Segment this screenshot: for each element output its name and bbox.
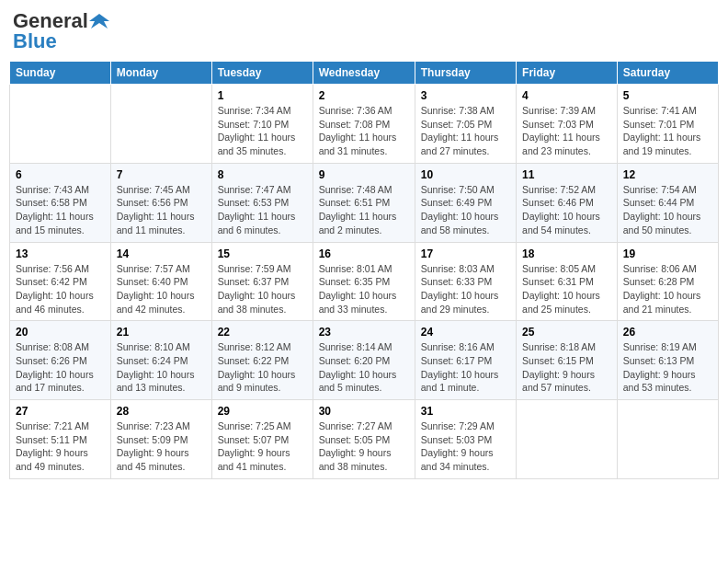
day-number: 26 [623,326,712,339]
calendar-cell: 31Sunrise: 7:29 AM Sunset: 5:03 PM Dayli… [415,400,516,479]
calendar-cell: 21Sunrise: 8:10 AM Sunset: 6:24 PM Dayli… [110,321,211,400]
logo-bird-icon [89,12,109,30]
day-info: Sunrise: 7:23 AM Sunset: 5:09 PM Dayligh… [117,419,206,474]
day-number: 4 [522,89,611,102]
col-header-tuesday: Tuesday [211,62,313,85]
calendar-week-row: 27Sunrise: 7:21 AM Sunset: 5:11 PM Dayli… [10,400,719,479]
col-header-saturday: Saturday [617,62,718,85]
day-info: Sunrise: 7:21 AM Sunset: 5:11 PM Dayligh… [16,419,105,474]
day-info: Sunrise: 8:18 AM Sunset: 6:15 PM Dayligh… [522,340,611,395]
calendar-cell: 9Sunrise: 7:48 AM Sunset: 6:51 PM Daylig… [313,163,415,242]
calendar-cell [10,85,111,164]
calendar-cell [517,400,618,479]
day-number: 5 [623,89,712,102]
day-info: Sunrise: 8:12 AM Sunset: 6:22 PM Dayligh… [218,340,307,395]
day-number: 12 [623,168,712,181]
day-number: 27 [16,405,105,418]
day-info: Sunrise: 7:29 AM Sunset: 5:03 PM Dayligh… [421,419,510,474]
day-info: Sunrise: 7:39 AM Sunset: 7:03 PM Dayligh… [522,104,611,158]
col-header-thursday: Thursday [415,62,516,85]
day-info: Sunrise: 7:52 AM Sunset: 6:46 PM Dayligh… [522,183,611,237]
day-number: 2 [319,89,409,102]
col-header-friday: Friday [517,62,618,85]
calendar-cell: 26Sunrise: 8:19 AM Sunset: 6:13 PM Dayli… [617,321,718,400]
calendar-cell: 3Sunrise: 7:38 AM Sunset: 7:05 PM Daylig… [415,85,516,164]
calendar-cell: 8Sunrise: 7:47 AM Sunset: 6:53 PM Daylig… [211,163,313,242]
day-info: Sunrise: 7:43 AM Sunset: 6:58 PM Dayligh… [16,183,105,237]
calendar-cell: 14Sunrise: 7:57 AM Sunset: 6:40 PM Dayli… [110,242,211,321]
day-number: 20 [16,326,105,339]
calendar-header-row: SundayMondayTuesdayWednesdayThursdayFrid… [10,62,719,85]
day-info: Sunrise: 8:05 AM Sunset: 6:31 PM Dayligh… [522,262,611,316]
day-info: Sunrise: 7:57 AM Sunset: 6:40 PM Dayligh… [117,262,206,316]
day-number: 30 [319,405,409,418]
day-number: 3 [421,89,510,102]
day-number: 10 [421,168,510,181]
calendar-cell: 1Sunrise: 7:34 AM Sunset: 7:10 PM Daylig… [211,85,313,164]
day-info: Sunrise: 8:03 AM Sunset: 6:33 PM Dayligh… [421,262,510,316]
day-number: 24 [421,326,510,339]
day-number: 15 [218,247,307,260]
calendar-cell: 18Sunrise: 8:05 AM Sunset: 6:31 PM Dayli… [517,242,618,321]
calendar-cell: 13Sunrise: 7:56 AM Sunset: 6:42 PM Dayli… [10,242,111,321]
calendar-table: SundayMondayTuesdayWednesdayThursdayFrid… [9,61,719,479]
calendar-cell: 17Sunrise: 8:03 AM Sunset: 6:33 PM Dayli… [415,242,516,321]
day-number: 8 [218,168,307,181]
day-info: Sunrise: 7:34 AM Sunset: 7:10 PM Dayligh… [218,104,307,158]
calendar-cell: 10Sunrise: 7:50 AM Sunset: 6:49 PM Dayli… [415,163,516,242]
day-number: 1 [218,89,307,102]
col-header-sunday: Sunday [10,62,111,85]
day-number: 31 [421,405,510,418]
logo: General Blue [13,9,110,53]
calendar-cell: 23Sunrise: 8:14 AM Sunset: 6:20 PM Dayli… [313,321,415,400]
calendar-cell [617,400,718,479]
day-number: 6 [16,168,105,181]
day-info: Sunrise: 7:38 AM Sunset: 7:05 PM Dayligh… [421,104,510,158]
day-info: Sunrise: 7:27 AM Sunset: 5:05 PM Dayligh… [319,419,409,474]
calendar-cell [110,85,211,164]
day-number: 17 [421,247,510,260]
page-header: General Blue [9,9,719,53]
calendar-cell: 29Sunrise: 7:25 AM Sunset: 5:07 PM Dayli… [211,400,313,479]
calendar-cell: 28Sunrise: 7:23 AM Sunset: 5:09 PM Dayli… [110,400,211,479]
day-number: 29 [218,405,307,418]
day-number: 18 [522,247,611,260]
calendar-cell: 22Sunrise: 8:12 AM Sunset: 6:22 PM Dayli… [211,321,313,400]
day-info: Sunrise: 7:36 AM Sunset: 7:08 PM Dayligh… [319,104,409,158]
calendar-cell: 30Sunrise: 7:27 AM Sunset: 5:05 PM Dayli… [313,400,415,479]
day-number: 28 [117,405,206,418]
calendar-cell: 5Sunrise: 7:41 AM Sunset: 7:01 PM Daylig… [617,85,718,164]
col-header-wednesday: Wednesday [313,62,415,85]
day-info: Sunrise: 7:59 AM Sunset: 6:37 PM Dayligh… [218,262,307,316]
day-number: 23 [319,326,409,339]
col-header-monday: Monday [110,62,211,85]
day-number: 25 [522,326,611,339]
calendar-cell: 27Sunrise: 7:21 AM Sunset: 5:11 PM Dayli… [10,400,111,479]
day-info: Sunrise: 8:06 AM Sunset: 6:28 PM Dayligh… [623,262,712,316]
day-info: Sunrise: 8:19 AM Sunset: 6:13 PM Dayligh… [623,340,712,395]
logo-blue: Blue [13,29,57,53]
svg-marker-0 [89,14,109,29]
day-number: 11 [522,168,611,181]
calendar-week-row: 6Sunrise: 7:43 AM Sunset: 6:58 PM Daylig… [10,163,719,242]
calendar-cell: 16Sunrise: 8:01 AM Sunset: 6:35 PM Dayli… [313,242,415,321]
day-number: 16 [319,247,409,260]
day-number: 13 [16,247,105,260]
calendar-cell: 4Sunrise: 7:39 AM Sunset: 7:03 PM Daylig… [517,85,618,164]
calendar-week-row: 13Sunrise: 7:56 AM Sunset: 6:42 PM Dayli… [10,242,719,321]
day-info: Sunrise: 7:56 AM Sunset: 6:42 PM Dayligh… [16,262,105,316]
calendar-cell: 15Sunrise: 7:59 AM Sunset: 6:37 PM Dayli… [211,242,313,321]
day-info: Sunrise: 7:54 AM Sunset: 6:44 PM Dayligh… [623,183,712,237]
day-number: 22 [218,326,307,339]
calendar-cell: 19Sunrise: 8:06 AM Sunset: 6:28 PM Dayli… [617,242,718,321]
calendar-cell: 2Sunrise: 7:36 AM Sunset: 7:08 PM Daylig… [313,85,415,164]
day-number: 9 [319,168,409,181]
calendar-cell: 6Sunrise: 7:43 AM Sunset: 6:58 PM Daylig… [10,163,111,242]
day-number: 19 [623,247,712,260]
calendar-cell: 11Sunrise: 7:52 AM Sunset: 6:46 PM Dayli… [517,163,618,242]
day-info: Sunrise: 7:47 AM Sunset: 6:53 PM Dayligh… [218,183,307,237]
day-info: Sunrise: 8:10 AM Sunset: 6:24 PM Dayligh… [117,340,206,395]
day-info: Sunrise: 8:14 AM Sunset: 6:20 PM Dayligh… [319,340,409,395]
day-info: Sunrise: 7:45 AM Sunset: 6:56 PM Dayligh… [117,183,206,237]
calendar-week-row: 20Sunrise: 8:08 AM Sunset: 6:26 PM Dayli… [10,321,719,400]
